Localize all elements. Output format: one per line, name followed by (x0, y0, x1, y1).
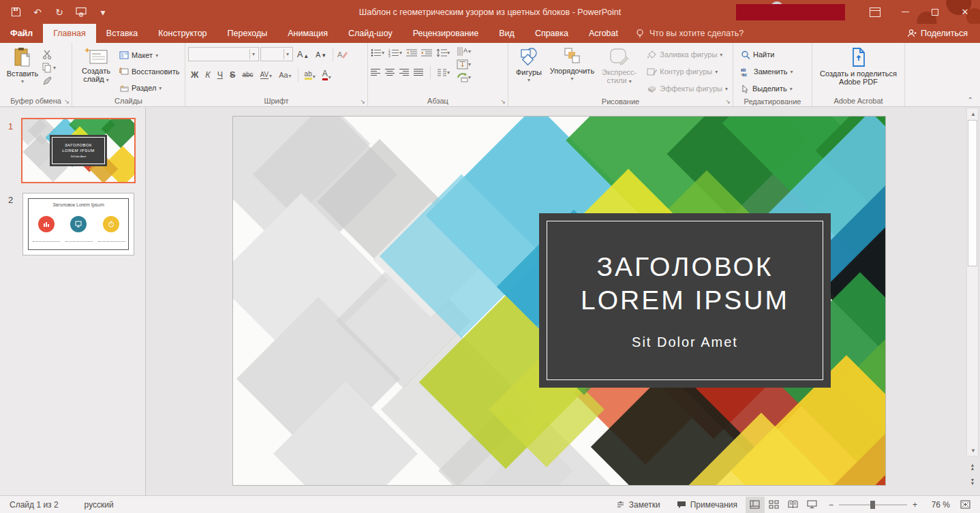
quick-styles-button[interactable]: Экспресс-стили ▾ (598, 45, 641, 84)
layout-button[interactable]: Макет▾ (117, 48, 181, 63)
share-button[interactable]: Поделиться (895, 24, 980, 43)
font-size-combobox[interactable]: ▾ (260, 47, 293, 61)
view-slide-sorter-button[interactable] (765, 497, 784, 513)
section-button[interactable]: Раздел▾ (117, 80, 181, 95)
text-highlight-icon[interactable]: ab▾ (302, 69, 318, 81)
minimize-icon[interactable] (890, 0, 920, 24)
scrollbar-thumb[interactable] (968, 120, 977, 266)
tab-acrobat[interactable]: Acrobat (579, 24, 628, 43)
tab-review[interactable]: Рецензирование (403, 24, 489, 43)
cut-icon[interactable] (42, 50, 56, 59)
underline-button[interactable]: Ч (215, 69, 226, 81)
save-icon[interactable] (10, 6, 22, 18)
font-dialog-launcher-icon[interactable]: ↘ (360, 98, 365, 105)
customize-qat-icon[interactable]: ▾ (97, 6, 109, 18)
stopwatch-circle-icon (103, 216, 119, 232)
maximize-icon[interactable] (920, 0, 950, 24)
find-button[interactable]: Найти (739, 47, 795, 62)
numbering-icon[interactable]: 123▾ (388, 48, 402, 57)
shape-outline-button[interactable]: Контур фигуры▾ (645, 64, 730, 79)
view-slideshow-button[interactable] (803, 497, 822, 513)
subscript-strike-icon[interactable]: abc (239, 69, 256, 80)
tell-me-search[interactable]: Что вы хотите сделать? (628, 24, 750, 43)
replace-button[interactable]: abac Заменить▾ (739, 64, 795, 79)
tab-insert[interactable]: Вставка (96, 24, 148, 43)
arrange-button[interactable]: Упорядочить ▾ (547, 45, 598, 82)
main-area: 1 ЗАГОЛОВОКLOREM (0, 108, 980, 495)
align-text-icon[interactable]: ▾ (457, 59, 471, 69)
view-reading-button[interactable] (784, 497, 803, 513)
bold-button[interactable]: Ж (188, 69, 201, 81)
increase-indent-icon[interactable] (421, 48, 432, 57)
drawing-dialog-launcher-icon[interactable]: ↘ (725, 98, 731, 105)
shapes-button[interactable]: Фигуры ▾ (511, 45, 547, 83)
character-spacing-icon[interactable]: AV▾ (258, 69, 275, 80)
columns-icon[interactable]: ▾ (438, 68, 450, 76)
tab-slideshow[interactable]: Слайд-шоу (338, 24, 403, 43)
previous-slide-icon[interactable]: ▲▲ (966, 461, 979, 473)
comments-toggle[interactable]: Примечания (669, 496, 746, 513)
text-direction-icon[interactable]: A▾ (457, 46, 471, 57)
convert-smartart-icon[interactable]: ▾ (457, 72, 471, 82)
reset-slide-button[interactable]: Восстановить (117, 64, 181, 79)
scrollbar-track[interactable]: ▲ ▼ (966, 108, 979, 456)
shape-fill-button[interactable]: Заливка фигуры▾ (645, 47, 730, 62)
tab-design[interactable]: Конструктор (148, 24, 217, 43)
paragraph-dialog-launcher-icon[interactable]: ↘ (500, 98, 506, 105)
justify-icon[interactable] (414, 68, 423, 76)
collapse-ribbon-icon[interactable]: ⌃ (968, 96, 973, 104)
language-indicator[interactable]: русский (85, 500, 114, 510)
bullets-icon[interactable]: ▾ (371, 48, 384, 57)
tab-file[interactable]: Файл (0, 24, 43, 43)
view-normal-button[interactable] (746, 497, 765, 513)
slide-2-thumbnail[interactable]: Заголовок Lorem Ipsum (22, 193, 134, 255)
tab-help[interactable]: Справка (525, 24, 579, 43)
slide-canvas[interactable]: ЗАГОЛОВОК LOREM IPSUM Sit Dolor Amet (232, 116, 886, 486)
scroll-down-icon[interactable]: ▼ (967, 445, 979, 456)
font-color-icon[interactable]: А▾ (320, 67, 334, 82)
new-slide-button[interactable]: Создать слайд ▾ (75, 45, 117, 83)
select-button[interactable]: Выделить▾ (739, 81, 795, 96)
tab-view[interactable]: Вид (489, 24, 525, 43)
align-right-icon[interactable] (399, 68, 409, 76)
titlebar-controls: ✕ (770, 0, 980, 24)
increase-font-size-icon[interactable]: A▲ (294, 48, 311, 61)
zoom-in-icon[interactable]: + (913, 500, 917, 510)
font-name-combobox[interactable]: ▾ (188, 47, 259, 61)
ribbon-display-options-icon[interactable] (860, 0, 890, 24)
redo-icon[interactable]: ↻ (53, 6, 65, 18)
slide-1-thumbnail[interactable]: ЗАГОЛОВОКLOREM IPSUM Sit Dolor Amet (22, 119, 134, 182)
create-pdf-button[interactable]: Создать и поделитьсяAdobe PDF (815, 45, 902, 86)
tab-animations[interactable]: Анимация (277, 24, 338, 43)
paste-dropdown-icon[interactable]: ▾ (21, 78, 24, 84)
notes-toggle[interactable]: Заметки (608, 496, 669, 513)
slide-counter[interactable]: Слайд 1 из 2 (10, 500, 59, 510)
align-left-icon[interactable] (371, 68, 380, 76)
change-case-icon[interactable]: Aa▾ (276, 69, 294, 80)
zoom-out-icon[interactable]: − (829, 500, 833, 510)
decrease-indent-icon[interactable] (406, 48, 417, 57)
zoom-slider-thumb[interactable] (870, 501, 875, 509)
line-spacing-icon[interactable]: ▾ (436, 48, 450, 57)
slide-title-placeholder[interactable]: ЗАГОЛОВОК LOREM IPSUM Sit Dolor Amet (539, 213, 831, 388)
scroll-up-icon[interactable]: ▲ (967, 108, 979, 119)
tab-home[interactable]: Главная (43, 24, 96, 43)
start-slideshow-icon[interactable] (75, 6, 87, 18)
clear-formatting-icon[interactable]: A (337, 50, 348, 59)
close-icon[interactable]: ✕ (950, 0, 980, 24)
zoom-slider[interactable] (839, 504, 907, 506)
format-painter-icon[interactable] (42, 76, 56, 86)
zoom-percentage[interactable]: 76 % (924, 500, 950, 510)
paste-button[interactable]: Вставить ▾ (3, 45, 42, 84)
tab-transitions[interactable]: Переходы (217, 24, 278, 43)
copy-icon[interactable]: ▾ (42, 63, 56, 73)
shape-effects-button[interactable]: Эффекты фигуры▾ (645, 81, 730, 96)
decrease-font-size-icon[interactable]: A▼ (313, 49, 329, 60)
next-slide-icon[interactable]: ▼▼ (966, 476, 979, 488)
italic-button[interactable]: К (202, 69, 213, 81)
strikethrough-button[interactable]: S (227, 69, 238, 81)
undo-icon[interactable]: ↶ (31, 6, 44, 18)
clipboard-dialog-launcher-icon[interactable]: ↘ (64, 98, 70, 105)
fit-slide-to-window-button[interactable] (955, 497, 975, 513)
align-center-icon[interactable] (385, 68, 395, 76)
